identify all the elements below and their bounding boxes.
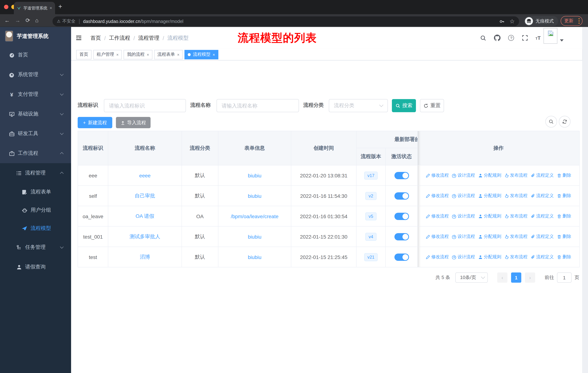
- publish-process-link[interactable]: 发布流程: [504, 233, 527, 240]
- process-name-link[interactable]: OA 请假: [136, 213, 154, 219]
- font-size-icon[interactable]: TT: [536, 35, 541, 41]
- security-label[interactable]: 不安全: [62, 18, 75, 24]
- delete-link[interactable]: 删除: [557, 193, 571, 199]
- edit-process-link[interactable]: 修改流程: [426, 172, 449, 179]
- current-page-button[interactable]: 1: [511, 272, 521, 283]
- menu-dots-icon[interactable]: [578, 18, 580, 24]
- close-icon[interactable]: ×: [116, 52, 119, 57]
- close-icon[interactable]: ×: [147, 52, 149, 57]
- edit-process-link[interactable]: 修改流程: [426, 193, 449, 199]
- publish-process-link[interactable]: 发布流程: [504, 193, 527, 199]
- prev-page-button[interactable]: ‹: [497, 272, 507, 283]
- reload-icon[interactable]: ⟳: [26, 17, 30, 24]
- goto-page-input[interactable]: [557, 272, 572, 283]
- edit-process-link[interactable]: 修改流程: [426, 254, 449, 260]
- forward-icon[interactable]: →: [15, 17, 21, 24]
- design-process-link[interactable]: 设计流程: [452, 193, 475, 199]
- breadcrumb-workflow[interactable]: 工作流程: [109, 35, 130, 41]
- sidebar-item-workflow[interactable]: 工作流程: [0, 143, 71, 163]
- process-definition-link[interactable]: 流程定义: [531, 172, 554, 179]
- back-icon[interactable]: ←: [4, 17, 10, 24]
- next-page-button[interactable]: ›: [525, 272, 535, 283]
- active-toggle[interactable]: [394, 192, 409, 200]
- sidebar-item-dev-tools[interactable]: 研发工具: [0, 124, 71, 143]
- sidebar-logo[interactable]: 芋道管理系统: [0, 27, 71, 45]
- sidebar-item-leave-query[interactable]: 请假查询: [0, 257, 71, 277]
- close-window-button[interactable]: [4, 5, 8, 9]
- process-name-link[interactable]: 滔博: [140, 254, 150, 260]
- close-icon[interactable]: ×: [177, 52, 179, 57]
- publish-process-link[interactable]: 发布流程: [504, 172, 527, 179]
- address-bar[interactable]: ⚠ 不安全 dashboard.yudao.iocoder.cn /bpm/ma…: [52, 16, 519, 26]
- browser-tab[interactable]: 芋道管理系统 ×: [14, 2, 55, 14]
- design-process-link[interactable]: 设计流程: [452, 213, 475, 219]
- assign-rule-link[interactable]: 分配规则: [478, 254, 501, 260]
- avatar-caret-icon[interactable]: [560, 39, 564, 41]
- tag-tenant[interactable]: 租户管理×: [93, 50, 122, 59]
- process-name-link[interactable]: 自己审批: [135, 192, 155, 198]
- design-process-link[interactable]: 设计流程: [452, 233, 475, 240]
- form-info-link[interactable]: biubiu: [248, 254, 262, 260]
- active-toggle[interactable]: [394, 212, 409, 220]
- assign-rule-link[interactable]: 分配规则: [478, 213, 501, 219]
- github-icon[interactable]: [494, 35, 501, 41]
- breadcrumb-home[interactable]: 首页: [90, 35, 101, 41]
- process-definition-link[interactable]: 流程定义: [531, 213, 554, 219]
- form-info-link[interactable]: biubiu: [248, 172, 262, 178]
- active-toggle[interactable]: [394, 253, 409, 261]
- sidebar-item-infrastructure[interactable]: 基础设施: [0, 104, 71, 124]
- delete-link[interactable]: 删除: [557, 172, 571, 179]
- assign-rule-link[interactable]: 分配规则: [478, 193, 501, 199]
- form-info-link[interactable]: biubiu: [248, 193, 262, 199]
- edit-process-link[interactable]: 修改流程: [426, 233, 449, 240]
- active-toggle[interactable]: [394, 172, 409, 179]
- browser-update-button[interactable]: 更新: [561, 16, 583, 26]
- delete-link[interactable]: 删除: [557, 254, 571, 260]
- edit-process-link[interactable]: 修改流程: [426, 213, 449, 219]
- reset-button[interactable]: 重置: [420, 99, 444, 112]
- process-definition-link[interactable]: 流程定义: [531, 254, 554, 260]
- fullscreen-icon[interactable]: [522, 35, 528, 41]
- search-button[interactable]: 搜索: [392, 99, 416, 112]
- process-name-link[interactable]: eeee: [139, 172, 151, 178]
- sidebar-collapse-icon[interactable]: [75, 35, 82, 41]
- delete-link[interactable]: 删除: [557, 213, 571, 219]
- filter-category-select[interactable]: 流程分类: [329, 99, 388, 112]
- sidebar-item-task-management[interactable]: 任务管理: [0, 238, 71, 257]
- sidebar-item-process-form[interactable]: 流程表单: [0, 183, 71, 201]
- form-info-link[interactable]: biubiu: [248, 234, 262, 240]
- design-process-link[interactable]: 设计流程: [452, 254, 475, 260]
- tab-close-icon[interactable]: ×: [50, 6, 52, 10]
- create-process-button[interactable]: + 新建流程: [78, 117, 112, 128]
- filter-id-input[interactable]: [104, 99, 186, 112]
- page-size-select[interactable]: 10条/页: [455, 272, 488, 283]
- process-definition-link[interactable]: 流程定义: [531, 193, 554, 199]
- process-definition-link[interactable]: 流程定义: [531, 233, 554, 240]
- import-process-button[interactable]: 导入流程: [116, 117, 151, 128]
- close-icon[interactable]: ×: [213, 52, 215, 57]
- delete-link[interactable]: 删除: [557, 233, 571, 240]
- tag-my-process[interactable]: 我的流程×: [124, 50, 152, 59]
- bookmark-star-icon[interactable]: ☆: [509, 18, 515, 25]
- publish-process-link[interactable]: 发布流程: [504, 254, 527, 260]
- breadcrumb-process-management[interactable]: 流程管理: [138, 35, 159, 41]
- design-process-link[interactable]: 设计流程: [452, 172, 475, 179]
- new-tab-button[interactable]: +: [58, 3, 62, 10]
- table-search-button[interactable]: [545, 116, 557, 128]
- search-icon[interactable]: [480, 35, 486, 41]
- tag-process-model[interactable]: 流程模型×: [185, 50, 218, 59]
- avatar[interactable]: [544, 28, 557, 44]
- sidebar-item-user-group[interactable]: 用户分组: [0, 201, 71, 219]
- assign-rule-link[interactable]: 分配规则: [478, 233, 501, 240]
- tag-process-form[interactable]: 流程表单×: [154, 50, 183, 59]
- form-info-link[interactable]: /bpm/oa/leave/create: [231, 213, 279, 219]
- filter-name-input[interactable]: [217, 99, 299, 112]
- publish-process-link[interactable]: 发布流程: [504, 213, 527, 219]
- process-name-link[interactable]: 测试多审批人: [130, 233, 160, 239]
- help-icon[interactable]: ?: [508, 35, 514, 41]
- sidebar-item-system-management[interactable]: 系统管理: [0, 65, 71, 84]
- sidebar-item-process-management[interactable]: 流程管理: [0, 163, 71, 183]
- key-icon[interactable]: [499, 19, 504, 24]
- active-toggle[interactable]: [394, 233, 409, 240]
- sidebar-item-process-model[interactable]: 流程模型: [0, 219, 71, 238]
